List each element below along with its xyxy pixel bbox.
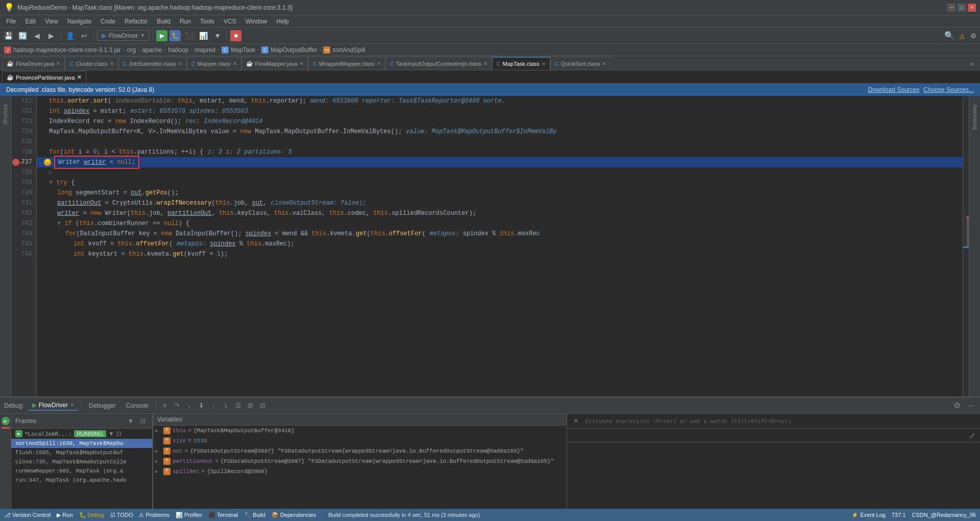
status-user[interactable]: CSDN_@Redamancy_06 [912, 512, 976, 518]
maximize-btn[interactable]: □ [958, 4, 966, 12]
scrollbar-thumb[interactable] [967, 216, 969, 247]
profile-btn[interactable]: 📊 [197, 30, 209, 42]
tab-mapper-close[interactable]: ✕ [233, 61, 237, 66]
status-debug[interactable]: 🐛 Debug [79, 512, 104, 518]
tabs-menu-btn[interactable]: ≡ [966, 58, 978, 70]
var-this-expand[interactable]: ▶ [155, 428, 161, 434]
frame-options-btn[interactable]: ⊡ [138, 416, 148, 426]
search-everywhere-btn[interactable]: 🔍 [943, 30, 955, 42]
watch-input[interactable] [581, 417, 976, 426]
code-editor[interactable]: 731 732 733 734 735 736 → 737 738 739 74… [11, 96, 969, 396]
minimize-btn[interactable]: ─ [947, 4, 955, 12]
breadcrumb-apache[interactable]: apache [142, 46, 162, 54]
tab-jobsubmitter-close[interactable]: ✕ [178, 61, 182, 66]
debug-resume-btn[interactable]: ≡ [159, 400, 170, 411]
frame-item-3[interactable]: runNewMapper:805, MapTask (org.a [11, 466, 152, 476]
status-terminal[interactable]: ⬛ Terminal [208, 512, 238, 518]
toolbar-back-btn[interactable]: ◀ [31, 30, 43, 42]
menu-file[interactable]: File [2, 17, 20, 26]
var-out[interactable]: ▶ f out = {FSDataOutputStream@3997} "FSD… [153, 446, 567, 456]
menu-tools[interactable]: Tools [196, 17, 218, 26]
sort-btn[interactable]: ⊡ [116, 430, 121, 437]
status-todo[interactable]: ☑ TODO [110, 512, 133, 518]
breadcrumb-mapoutputbuffer[interactable]: MapOutputBuffer [271, 46, 317, 54]
debug-threads-btn[interactable]: ⊟ [257, 400, 268, 411]
sub-tab-provincepartitioner[interactable]: ☕ ProvincePartitioner.java ✕ [2, 71, 86, 83]
tab-wrappedmapper-close[interactable]: ✕ [377, 61, 381, 66]
tab-taskinputoutput[interactable]: C TaskInputOutputContextImpl.class ✕ [385, 57, 492, 70]
tab-quicksort[interactable]: C QuickSort.class ✕ [550, 57, 610, 70]
debug-tab-console[interactable]: Console [122, 401, 153, 410]
menu-help[interactable]: Help [272, 17, 293, 26]
choose-sources-link[interactable]: Choose Sources... [923, 86, 974, 93]
run-btn[interactable]: ▶ [156, 30, 167, 41]
debug-tab-flowdriver[interactable]: ▶ FlowDriver ✕ [28, 401, 78, 411]
toolbar-git-btn[interactable]: 👤 [64, 30, 76, 42]
var-out-expand[interactable]: ▶ [155, 448, 161, 454]
tab-flowdriver[interactable]: ☕ FlowDriver.java ✕ [2, 57, 65, 70]
add-watch-btn[interactable]: + [571, 416, 581, 426]
status-problems[interactable]: ⚠ Problems [139, 512, 169, 518]
frame-filter-btn[interactable]: ▼ [126, 416, 136, 426]
menu-navigate[interactable]: Navigate [63, 17, 95, 26]
debug-step-over-btn[interactable]: ↷ [172, 400, 183, 411]
structure-label[interactable]: Structure [3, 104, 8, 125]
tab-cluster[interactable]: C Cluster.class ✕ [65, 57, 118, 70]
debug-frames-btn[interactable]: ⊞ [245, 400, 256, 411]
tab-flowmapper-close[interactable]: ✕ [300, 61, 304, 66]
frame-item-2[interactable]: close:735, MapTask$NewOutputColle [11, 457, 152, 466]
debug-evaluate-btn[interactable]: ☰ [233, 400, 244, 411]
debug-minimize-btn[interactable]: — [965, 400, 976, 411]
breadcrumb-org[interactable]: org [127, 46, 136, 54]
hint-bulb[interactable]: 💡 [44, 159, 51, 166]
breadcrumb-hadoop[interactable]: hadoop [168, 46, 189, 54]
tab-wrappedmapper[interactable]: C WrappedMapper.class ✕ [308, 57, 385, 70]
status-dependencies[interactable]: 📦 Dependencies [272, 512, 316, 518]
breadcrumb-mapred[interactable]: mapred [195, 46, 216, 54]
tab-cluster-close[interactable]: ✕ [110, 61, 114, 66]
title-bar-controls[interactable]: ─ □ ✕ [947, 4, 976, 12]
debug-run-to-cursor-btn[interactable]: ⤵ [220, 400, 232, 411]
menu-vcs[interactable]: VCS [219, 17, 240, 26]
stop-btn[interactable]: ■ [230, 30, 241, 41]
debug-force-step-into-btn[interactable]: ⬇ [196, 400, 207, 411]
status-run[interactable]: ▶ Run [57, 512, 72, 518]
toolbar-save-btn[interactable]: 💾 [2, 30, 14, 42]
sub-tab-close[interactable]: ✕ [77, 74, 82, 81]
menu-code[interactable]: Code [96, 17, 119, 26]
tab-flowdriver-close[interactable]: ✕ [56, 61, 60, 66]
run-config-selector[interactable]: ▶ FlowDriver ▼ [97, 30, 150, 41]
breadcrumb-maptask[interactable]: MapTask [231, 46, 255, 54]
status-eventlog[interactable]: ⚡ Event Log [851, 512, 886, 518]
tab-jobsubmitter[interactable]: C JobSubmitter.class ✕ [118, 57, 187, 70]
menu-window[interactable]: Window [241, 17, 272, 26]
filter-btn[interactable]: ▼ [108, 430, 114, 437]
breadcrumb-jar[interactable]: hadoop-mapreduce-client-core-3.1.3.jar [13, 46, 121, 54]
debug-settings-btn[interactable]: ⚙ [951, 400, 963, 411]
tab-flowmapper[interactable]: ☕ FlowMapper.java ✕ [241, 57, 308, 70]
ide-settings-icon[interactable]: ⚙ [971, 31, 976, 41]
code-content[interactable]: this.sorter.sort( indexedSortable: this,… [37, 96, 963, 396]
menu-refactor[interactable]: Refactor [120, 17, 152, 26]
close-btn[interactable]: ✕ [968, 4, 976, 12]
frame-item-4[interactable]: run:347, MapTask (org.apache.hado [11, 476, 152, 485]
toolbar-forward-btn[interactable]: ▶ [45, 30, 57, 42]
var-size[interactable]: ▶ f size = 1539 [153, 436, 567, 446]
toolbar-sync-btn[interactable]: 🔄 [16, 30, 29, 42]
tab-maptask[interactable]: C MapTask.class ✕ [492, 57, 550, 70]
menu-build[interactable]: Build [153, 17, 175, 26]
debug-stop-bar[interactable] [2, 427, 10, 429]
menu-view[interactable]: View [41, 17, 62, 26]
status-profiler[interactable]: 📊 Profiler [176, 512, 202, 518]
coverage-btn[interactable]: ⬛ [183, 30, 195, 42]
debug-play-icon[interactable]: ▶ [2, 417, 10, 425]
watch-expand-btn[interactable]: ⤢ [967, 430, 978, 441]
download-sources-link[interactable]: Download Sources [868, 86, 920, 93]
tab-maptask-close[interactable]: ✕ [542, 61, 546, 67]
menu-edit[interactable]: Edit [21, 17, 40, 26]
toolbar-refactor-btn[interactable]: ↩ [78, 30, 90, 42]
debug-tab-close[interactable]: ✕ [70, 402, 74, 408]
var-spillrec-expand[interactable]: ▶ [155, 468, 161, 475]
bookmarks-label[interactable]: Bookmarks [972, 104, 977, 130]
debug-run-btn[interactable]: 🐛 [169, 30, 181, 41]
